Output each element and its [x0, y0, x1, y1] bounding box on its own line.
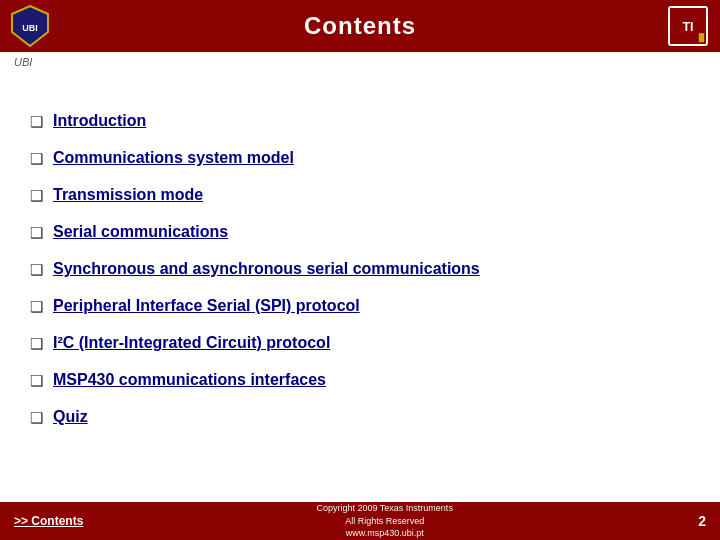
list-item: ❑Introduction [30, 112, 690, 131]
bullet-icon: ❑ [30, 187, 43, 205]
svg-text:UBI: UBI [22, 23, 38, 33]
ubi-label: UBI [14, 56, 32, 68]
list-item: ❑Serial communications [30, 223, 690, 242]
menu-link-8[interactable]: MSP430 communications interfaces [53, 371, 326, 389]
bullet-icon: ❑ [30, 409, 43, 427]
bullet-icon: ❑ [30, 224, 43, 242]
bullet-icon: ❑ [30, 113, 43, 131]
page-title: Contents [304, 12, 416, 40]
list-item: ❑Synchronous and asynchronous serial com… [30, 260, 690, 279]
list-item: ❑I²C (Inter-Integrated Circuit) protocol [30, 334, 690, 353]
footer-bar: >> Contents Copyright 2009 Texas Instrum… [0, 502, 720, 540]
bullet-icon: ❑ [30, 298, 43, 316]
list-item: ❑Communications system model [30, 149, 690, 168]
list-item: ❑MSP430 communications interfaces [30, 371, 690, 390]
content-area: ❑Introduction❑Communications system mode… [0, 52, 720, 465]
bullet-icon: ❑ [30, 372, 43, 390]
svg-marker-4 [699, 33, 704, 42]
list-item: ❑Transmission mode [30, 186, 690, 205]
ubi-logo: UBI [10, 4, 54, 48]
page-number: 2 [686, 513, 706, 529]
list-item: ❑Peripheral Interface Serial (SPI) proto… [30, 297, 690, 316]
menu-link-6[interactable]: Peripheral Interface Serial (SPI) protoc… [53, 297, 360, 315]
list-item: ❑Quiz [30, 408, 690, 427]
menu-link-7[interactable]: I²C (Inter-Integrated Circuit) protocol [53, 334, 330, 352]
menu-link-3[interactable]: Transmission mode [53, 186, 203, 204]
bullet-icon: ❑ [30, 150, 43, 168]
menu-link-2[interactable]: Communications system model [53, 149, 294, 167]
bullet-icon: ❑ [30, 335, 43, 353]
ti-logo: TI [666, 4, 710, 48]
menu-link-9[interactable]: Quiz [53, 408, 88, 426]
menu-link-1[interactable]: Introduction [53, 112, 146, 130]
bullet-icon: ❑ [30, 261, 43, 279]
menu-link-5[interactable]: Synchronous and asynchronous serial comm… [53, 260, 480, 278]
header-bar: UBI Contents TI [0, 0, 720, 52]
menu-link-4[interactable]: Serial communications [53, 223, 228, 241]
footer-copyright: Copyright 2009 Texas Instruments All Rig… [83, 502, 686, 540]
contents-nav-link[interactable]: >> Contents [14, 514, 83, 528]
svg-text:TI: TI [682, 20, 693, 34]
